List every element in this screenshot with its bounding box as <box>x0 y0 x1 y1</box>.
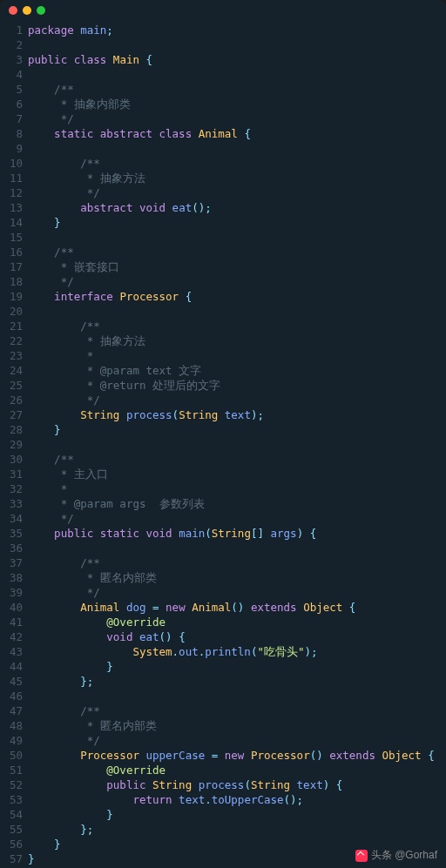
line-number: 50 <box>0 748 23 763</box>
code-line[interactable]: /** <box>28 156 446 171</box>
line-number: 9 <box>0 141 23 156</box>
watermark-user: Gorhaf <box>405 849 437 861</box>
code-line[interactable]: @Override <box>28 615 446 629</box>
line-number: 38 <box>0 570 23 585</box>
line-number: 26 <box>0 393 23 407</box>
line-number: 6 <box>0 97 23 111</box>
minimize-icon[interactable] <box>23 6 31 15</box>
code-line[interactable]: } <box>28 659 446 674</box>
line-number: 12 <box>0 185 23 200</box>
code-line[interactable]: * 嵌套接口 <box>28 259 446 274</box>
code-line[interactable]: static abstract class Animal { <box>28 126 446 141</box>
line-number: 49 <box>0 733 23 748</box>
editor-window: 1234567891011121314151617181920212223242… <box>0 0 446 868</box>
line-number: 43 <box>0 644 23 659</box>
line-number: 47 <box>0 703 23 718</box>
code-line[interactable] <box>28 541 446 555</box>
code-line[interactable]: String process(String text); <box>28 407 446 422</box>
code-line[interactable]: * <box>28 481 446 496</box>
code-line[interactable]: /** <box>28 82 446 97</box>
close-icon[interactable] <box>9 6 17 15</box>
line-number: 7 <box>0 111 23 126</box>
window-titlebar <box>0 0 446 21</box>
code-line[interactable]: * @param args 参数列表 <box>28 496 446 511</box>
line-number: 28 <box>0 422 23 437</box>
code-line[interactable]: package main; <box>28 23 446 37</box>
line-number: 48 <box>0 718 23 733</box>
line-number: 29 <box>0 437 23 452</box>
line-number: 41 <box>0 615 23 629</box>
code-line[interactable]: Processor upperCase = new Processor() ex… <box>28 748 446 763</box>
code-line[interactable]: * <box>28 348 446 363</box>
code-line[interactable]: * @param text 文字 <box>28 363 446 378</box>
line-number: 54 <box>0 807 23 822</box>
line-number: 55 <box>0 822 23 837</box>
code-line[interactable] <box>28 689 446 703</box>
code-line[interactable]: * 匿名内部类 <box>28 570 446 585</box>
line-number: 56 <box>0 837 23 851</box>
code-editor[interactable]: 1234567891011121314151617181920212223242… <box>0 21 446 866</box>
code-line[interactable]: * 匿名内部类 <box>28 718 446 733</box>
code-line[interactable]: abstract void eat(); <box>28 200 446 215</box>
line-number: 27 <box>0 407 23 422</box>
line-number: 5 <box>0 82 23 97</box>
line-number: 24 <box>0 363 23 378</box>
code-line[interactable]: void eat() { <box>28 629 446 644</box>
line-number: 1 <box>0 23 23 37</box>
code-line[interactable]: * 抽象方法 <box>28 333 446 348</box>
watermark: 头条 @Gorhaf <box>355 848 437 863</box>
code-line[interactable]: * 抽象内部类 <box>28 97 446 111</box>
code-line[interactable]: /** <box>28 245 446 259</box>
code-line[interactable]: public String process(String text) { <box>28 777 446 792</box>
line-number: 22 <box>0 333 23 348</box>
code-content[interactable]: package main; public class Main { /** * … <box>28 23 446 866</box>
code-line[interactable]: */ <box>28 274 446 289</box>
line-number: 18 <box>0 274 23 289</box>
line-number: 3 <box>0 52 23 67</box>
code-line[interactable]: * 抽象方法 <box>28 171 446 185</box>
code-line[interactable]: /** <box>28 319 446 333</box>
code-line[interactable]: /** <box>28 703 446 718</box>
code-line[interactable]: public static void main(String[] args) { <box>28 526 446 541</box>
code-line[interactable]: Animal dog = new Animal() extends Object… <box>28 600 446 615</box>
code-line[interactable]: } <box>28 215 446 230</box>
code-line[interactable]: /** <box>28 452 446 467</box>
code-line[interactable]: */ <box>28 185 446 200</box>
code-line[interactable] <box>28 141 446 156</box>
code-line[interactable]: public class Main { <box>28 52 446 67</box>
line-number: 17 <box>0 259 23 274</box>
code-line[interactable]: } <box>28 422 446 437</box>
code-line[interactable]: return text.toUpperCase(); <box>28 792 446 807</box>
watermark-prefix: 头条 <box>371 849 392 861</box>
code-line[interactable] <box>28 304 446 319</box>
maximize-icon[interactable] <box>37 6 45 15</box>
code-line[interactable]: System.out.println("吃骨头"); <box>28 644 446 659</box>
code-line[interactable]: * 主入口 <box>28 467 446 481</box>
line-number-gutter: 1234567891011121314151617181920212223242… <box>0 23 28 866</box>
line-number: 4 <box>0 67 23 82</box>
code-line[interactable]: */ <box>28 585 446 600</box>
code-line[interactable]: */ <box>28 733 446 748</box>
code-line[interactable]: */ <box>28 111 446 126</box>
code-line[interactable]: @Override <box>28 763 446 777</box>
line-number: 51 <box>0 763 23 777</box>
code-line[interactable] <box>28 230 446 245</box>
code-line[interactable]: } <box>28 807 446 822</box>
code-line[interactable] <box>28 437 446 452</box>
line-number: 40 <box>0 600 23 615</box>
line-number: 30 <box>0 452 23 467</box>
code-line[interactable]: interface Processor { <box>28 289 446 304</box>
code-line[interactable]: */ <box>28 511 446 526</box>
line-number: 25 <box>0 378 23 393</box>
code-line[interactable]: }; <box>28 822 446 837</box>
line-number: 36 <box>0 541 23 555</box>
code-line[interactable]: * @return 处理后的文字 <box>28 378 446 393</box>
line-number: 34 <box>0 511 23 526</box>
code-line[interactable] <box>28 67 446 82</box>
line-number: 14 <box>0 215 23 230</box>
code-line[interactable]: /** <box>28 555 446 570</box>
code-line[interactable]: */ <box>28 393 446 407</box>
line-number: 13 <box>0 200 23 215</box>
code-line[interactable] <box>28 37 446 52</box>
code-line[interactable]: }; <box>28 674 446 689</box>
